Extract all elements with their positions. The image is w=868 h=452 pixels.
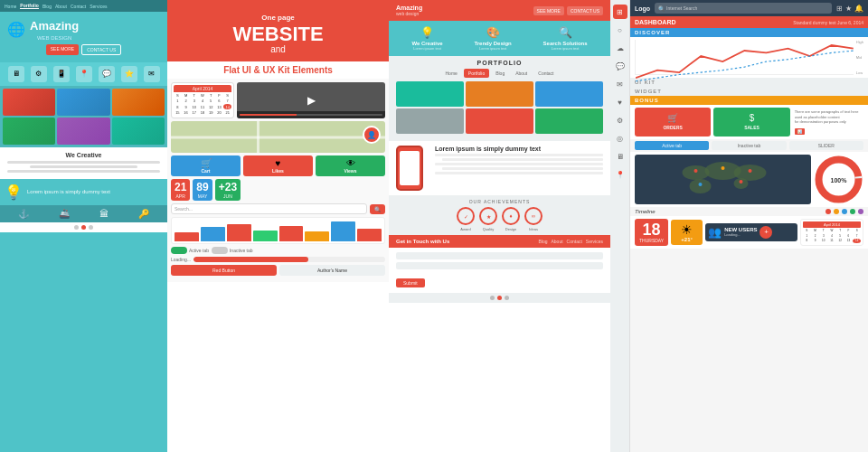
p3-portfolio-item-3[interactable] xyxy=(535,81,603,107)
side-text: There are some paragraphs of text hereus… xyxy=(793,108,863,127)
mini-cal-d[interactable]: 1 xyxy=(803,233,811,238)
mini-cal-dow: F xyxy=(844,229,853,233)
mini-cal-d[interactable]: 4 xyxy=(828,233,836,238)
nav-item-home[interactable]: Home xyxy=(5,4,16,9)
mini-cal-d[interactable]: 7 xyxy=(853,233,861,238)
panel1-btn-contact[interactable]: CONTACT US xyxy=(81,44,121,55)
portfolio-item-2[interactable] xyxy=(57,89,109,116)
mini-cal-d[interactable]: 13 xyxy=(844,239,853,243)
tab-inactive[interactable]: Inactive tab xyxy=(712,141,786,150)
panel3-nav-contact[interactable]: Contact xyxy=(533,69,558,78)
contact-nav-blog[interactable]: Blog xyxy=(538,239,547,244)
p3-portfolio-item-2[interactable] xyxy=(466,81,533,107)
mini-cal-d[interactable]: 11 xyxy=(828,239,836,243)
star-icon[interactable]: ★ xyxy=(845,5,852,13)
panel3-nav-home[interactable]: Home xyxy=(440,69,461,78)
mini-cal-dow: T xyxy=(819,229,827,233)
toggle-2[interactable]: Inactive tab xyxy=(212,247,253,254)
dot-3[interactable] xyxy=(89,225,93,230)
dot-2[interactable] xyxy=(81,225,86,230)
panel3-nav-about[interactable]: About xyxy=(511,69,532,78)
sidebar-icon-gear[interactable]: ⚙ xyxy=(613,113,627,127)
sidebar-icon-location[interactable]: 📍 xyxy=(613,167,627,182)
mini-cal-d[interactable]: 8 xyxy=(803,239,811,243)
nav-item-services[interactable]: Services xyxy=(90,4,107,9)
sidebar-icon-target[interactable]: ◎ xyxy=(613,131,627,146)
toggle-1[interactable]: Active tab xyxy=(171,247,209,254)
mini-cal-d[interactable]: 10 xyxy=(819,239,827,243)
mini-cal-d[interactable]: 6 xyxy=(844,233,853,238)
mini-cal-d[interactable]: 2 xyxy=(811,233,819,238)
portfolio-item-6[interactable] xyxy=(112,118,165,145)
nav-item-blog[interactable]: Blog xyxy=(42,4,52,9)
panel3-btn-contact[interactable]: CONTACT US xyxy=(567,6,603,15)
portfolio-item-4[interactable] xyxy=(3,118,55,145)
tab-active[interactable]: Active tab xyxy=(635,141,709,150)
panel2-search-box[interactable]: Search... xyxy=(171,203,367,214)
toggle-track-1[interactable] xyxy=(171,247,187,254)
panel2-title: WEBSITE xyxy=(175,24,382,44)
sidebar-icon-circle[interactable]: ○ xyxy=(613,23,627,37)
form-submit-button[interactable]: Submit xyxy=(396,278,425,287)
mini-cal-d[interactable]: 12 xyxy=(836,239,844,243)
panel3-nav-portfolio[interactable]: Portfolio xyxy=(464,69,489,78)
sidebar-icon-mail[interactable]: ✉ xyxy=(613,77,627,91)
form-input-2[interactable] xyxy=(396,262,603,269)
sidebar-icon-heart[interactable]: ♥ xyxy=(613,95,627,109)
contact-nav-contact[interactable]: Contact xyxy=(567,239,582,244)
cal-cell: 18 xyxy=(199,110,207,116)
bulb-icon: 💡 xyxy=(5,184,23,201)
panel1-btn-see-more[interactable]: SEE MORE xyxy=(46,44,79,55)
add-user-button[interactable]: + xyxy=(760,226,772,239)
cal-cell-today[interactable]: 14 xyxy=(223,104,231,109)
p3-portfolio-item-4[interactable] xyxy=(396,108,464,134)
line-chart-svg xyxy=(636,40,854,83)
contact-nav: Blog About Contact Services xyxy=(538,239,603,244)
form-input-1[interactable] xyxy=(396,252,603,259)
tab-slider[interactable]: SLIDER xyxy=(789,141,863,150)
panel3-btn-see[interactable]: SEE MORE xyxy=(533,6,564,15)
widget-cart[interactable]: 🛒 Cart xyxy=(171,155,241,176)
dot-1[interactable] xyxy=(74,225,79,230)
rss-icon[interactable]: ⊞ xyxy=(836,5,843,13)
footer-dot-3[interactable] xyxy=(505,296,509,300)
contact-nav-about[interactable]: About xyxy=(552,239,563,244)
nav-item-portfolio[interactable]: Portfolio xyxy=(20,3,39,9)
panel2-video-thumbnail[interactable] xyxy=(237,82,385,118)
orders-box: 🛒 ORDERS xyxy=(635,108,711,137)
mini-cal-d[interactable]: 9 xyxy=(811,239,819,243)
portfolio-item-3[interactable] xyxy=(112,89,165,116)
p3-portfolio-item-6[interactable] xyxy=(535,108,603,134)
lightbulb-icon: 💡 xyxy=(411,26,442,39)
panel3-nav-blog[interactable]: Blog xyxy=(491,69,509,78)
footer-dot-2[interactable] xyxy=(497,296,502,300)
sidebar-icon-home[interactable]: ⊞ xyxy=(613,5,627,19)
sales-box: $ SALES xyxy=(713,108,789,137)
mini-cal-d[interactable]: 5 xyxy=(836,233,844,238)
sidebar-icon-cloud[interactable]: ☁ xyxy=(613,41,627,55)
mini-cal-d[interactable]: 3 xyxy=(819,233,827,238)
sidebar-icon-chat[interactable]: 💬 xyxy=(613,59,627,73)
panel4-search-bar[interactable]: 🔍 Internet Search xyxy=(655,3,832,14)
red-button[interactable]: Red Button xyxy=(171,265,277,276)
panel4-top-icons: ⊞ ★ 🔔 xyxy=(836,5,863,13)
widget-heart[interactable]: ♥ Likes xyxy=(243,155,313,176)
bell-icon[interactable]: 🔔 xyxy=(854,5,863,13)
contact-nav-services[interactable]: Services xyxy=(586,239,603,244)
nav-item-about[interactable]: About xyxy=(55,4,67,9)
footer-dot-1[interactable] xyxy=(490,296,495,300)
p3-portfolio-item-5[interactable] xyxy=(466,108,533,134)
sidebar-icon-monitor[interactable]: 🖥 xyxy=(613,149,627,164)
text-line-3 xyxy=(7,170,160,173)
widget-eye[interactable]: 👁 Views xyxy=(316,155,385,176)
panel4-dashboard-bar: DASHBOARD Standard dummy text June 6, 20… xyxy=(630,16,868,28)
toggle-track-2[interactable] xyxy=(212,247,228,254)
portfolio-item-1[interactable] xyxy=(3,89,55,116)
panel2-search-button[interactable]: 🔍 xyxy=(370,204,385,214)
achievement-4: ∞ Ideas xyxy=(524,207,542,231)
nav-item-contact[interactable]: Contact xyxy=(71,4,86,9)
mini-cal-today[interactable]: 14 xyxy=(853,239,861,243)
portfolio-item-5[interactable] xyxy=(57,118,109,145)
p3-portfolio-item-1[interactable] xyxy=(396,81,464,107)
author-name-button[interactable]: Author's Name xyxy=(279,265,385,276)
